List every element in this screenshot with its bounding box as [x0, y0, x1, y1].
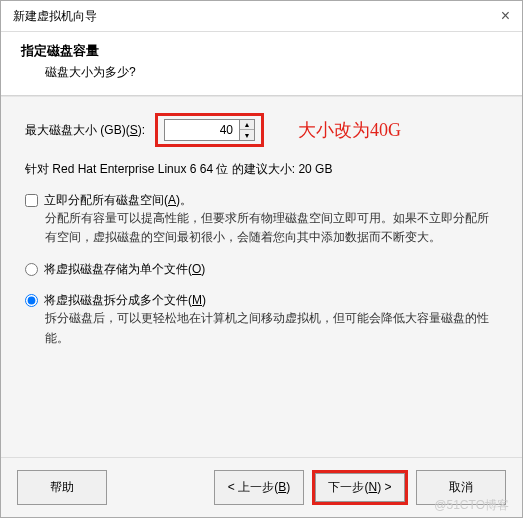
page-subheading: 磁盘大小为多少?: [21, 64, 502, 81]
close-icon[interactable]: ×: [501, 7, 510, 25]
multi-file-section: 将虚拟磁盘拆分成多个文件(M) 拆分磁盘后，可以更轻松地在计算机之间移动虚拟机，…: [25, 292, 498, 347]
next-button[interactable]: 下一步(N) >: [315, 473, 405, 502]
disk-size-input[interactable]: [165, 120, 239, 140]
multi-file-radio[interactable]: [25, 294, 38, 307]
disk-size-label: 最大磁盘大小 (GB)(S):: [25, 122, 145, 139]
allocate-description: 分配所有容量可以提高性能，但要求所有物理磁盘空间立即可用。如果不立即分配所有空间…: [25, 209, 498, 247]
multi-file-row: 将虚拟磁盘拆分成多个文件(M): [25, 292, 498, 309]
window-title: 新建虚拟机向导: [13, 8, 97, 25]
recommendation-text: 针对 Red Hat Enterprise Linux 6 64 位 的建议大小…: [25, 161, 498, 178]
single-file-label: 将虚拟磁盘存储为单个文件(O): [44, 261, 205, 278]
disk-size-spinner: ▲ ▼: [164, 119, 255, 141]
allocate-checkbox-row: 立即分配所有磁盘空间(A)。: [25, 192, 498, 209]
spinner-buttons: ▲ ▼: [239, 120, 254, 140]
titlebar: 新建虚拟机向导 ×: [1, 1, 522, 32]
back-button[interactable]: < 上一步(B): [214, 470, 304, 505]
annotation-text: 大小改为40G: [298, 118, 401, 142]
content-area: 最大磁盘大小 (GB)(S): ▲ ▼ 大小改为40G 针对 Red Hat E…: [1, 97, 522, 457]
allocate-label: 立即分配所有磁盘空间(A)。: [44, 192, 192, 209]
next-button-highlight: 下一步(N) >: [312, 470, 408, 505]
single-file-radio[interactable]: [25, 263, 38, 276]
multi-file-label: 将虚拟磁盘拆分成多个文件(M): [44, 292, 206, 309]
disk-size-highlight: ▲ ▼: [155, 113, 264, 147]
allocate-section: 立即分配所有磁盘空间(A)。 分配所有容量可以提高性能，但要求所有物理磁盘空间立…: [25, 192, 498, 247]
allocate-checkbox[interactable]: [25, 194, 38, 207]
spinner-down-icon[interactable]: ▼: [240, 130, 254, 140]
multi-file-description: 拆分磁盘后，可以更轻松地在计算机之间移动虚拟机，但可能会降低大容量磁盘的性能。: [25, 309, 498, 347]
spinner-up-icon[interactable]: ▲: [240, 120, 254, 130]
watermark: @51CTO博客: [434, 497, 509, 514]
header: 指定磁盘容量 磁盘大小为多少?: [1, 32, 522, 95]
help-button[interactable]: 帮助: [17, 470, 107, 505]
wizard-dialog: 新建虚拟机向导 × 指定磁盘容量 磁盘大小为多少? 最大磁盘大小 (GB)(S)…: [0, 0, 523, 518]
page-heading: 指定磁盘容量: [21, 42, 502, 60]
disk-size-row: 最大磁盘大小 (GB)(S): ▲ ▼ 大小改为40G: [25, 113, 498, 147]
single-file-row: 将虚拟磁盘存储为单个文件(O): [25, 261, 498, 278]
